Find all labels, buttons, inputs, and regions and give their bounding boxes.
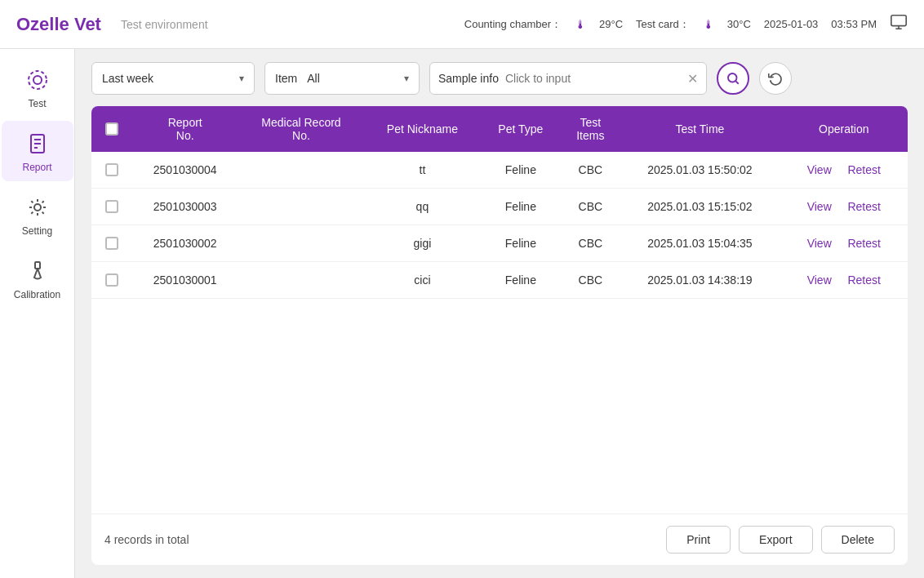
records-count: 4 records in total (104, 533, 189, 546)
sidebar-item-report[interactable]: Report (2, 121, 73, 181)
sidebar-label-calibration: Calibration (14, 289, 60, 300)
row-pet-nickname: gigi (365, 225, 481, 262)
date-range-value: Last week (102, 72, 153, 85)
refresh-button[interactable] (759, 62, 792, 95)
header-operation: Operation (780, 106, 908, 152)
row-test-time: 2025.01.03 15:50:02 (620, 152, 780, 189)
counting-chamber-label: Counting chamber： (464, 17, 562, 32)
footer-buttons: Print Export Delete (666, 526, 895, 554)
sidebar-item-setting[interactable]: Setting (2, 185, 73, 245)
svg-rect-0 (891, 16, 906, 26)
row-checkbox[interactable] (91, 225, 132, 262)
row-select-checkbox[interactable] (105, 200, 118, 213)
row-select-checkbox[interactable] (105, 237, 118, 250)
clear-icon[interactable]: ✕ (687, 71, 698, 87)
row-report-no: 2501030004 (132, 152, 238, 189)
row-actions: View Retest (780, 189, 908, 225)
svg-line-13 (735, 81, 738, 83)
item-filter-value: All (307, 72, 320, 85)
header-checkbox[interactable] (91, 106, 132, 152)
test-card-temp: 30°C (727, 18, 751, 30)
row-pet-nickname: qq (365, 189, 481, 225)
chevron-down-icon-date: ▾ (239, 73, 244, 84)
row-actions: View Retest (780, 225, 908, 262)
test-card-label: Test card： (636, 17, 690, 32)
sidebar-item-test[interactable]: Test (2, 57, 73, 118)
row-report-no: 2501030001 (132, 262, 238, 299)
row-pet-type: Feline (480, 225, 561, 262)
table-row: 2501030003 qq Feline CBC 2025.01.03 15:1… (91, 189, 908, 225)
retest-button[interactable]: Retest (844, 235, 883, 251)
thermometer-icon-2: 🌡 (703, 18, 714, 31)
svg-point-12 (728, 73, 737, 82)
row-test-items: CBC (561, 225, 620, 262)
chevron-down-icon-item: ▾ (404, 73, 409, 84)
sample-info-label: Sample info (438, 72, 499, 85)
header-pet-nickname: Pet Nickname (365, 106, 481, 152)
row-pet-type: Feline (480, 152, 561, 189)
row-report-no: 2501030003 (132, 189, 238, 225)
delete-button[interactable]: Delete (821, 526, 895, 554)
row-test-items: CBC (561, 262, 620, 299)
sample-info-input[interactable] (505, 72, 681, 85)
item-filter-label: Item (275, 72, 297, 85)
app-title: Ozelle Vet (16, 14, 101, 35)
row-pet-type: Feline (480, 262, 561, 299)
export-button[interactable]: Export (739, 526, 812, 554)
header-test-items: TestItems (561, 106, 620, 152)
sidebar-item-calibration[interactable]: Calibration (2, 248, 73, 309)
view-button[interactable]: View (804, 272, 835, 288)
table-footer: 4 records in total Print Export Delete (91, 514, 908, 565)
row-test-time: 2025.01.03 14:38:19 (620, 262, 780, 299)
view-button[interactable]: View (804, 198, 835, 215)
row-medical-record (238, 225, 364, 262)
row-select-checkbox[interactable] (105, 273, 118, 287)
row-checkbox[interactable] (91, 152, 132, 189)
main-layout: Test Report Setting (0, 49, 924, 578)
retest-button[interactable]: Retest (844, 198, 883, 215)
search-button[interactable] (717, 62, 749, 95)
app-header: Ozelle Vet Test environment Counting cha… (0, 0, 924, 49)
row-checkbox[interactable] (91, 262, 132, 299)
row-pet-type: Feline (480, 189, 561, 225)
row-medical-record (238, 152, 364, 189)
row-pet-nickname: cici (365, 262, 481, 299)
svg-point-4 (33, 76, 42, 84)
header-medical-record: Medical RecordNo. (238, 106, 364, 152)
monitor-icon[interactable] (890, 13, 908, 35)
header-time: 03:53 PM (831, 18, 877, 30)
sidebar-label-test: Test (28, 98, 46, 109)
test-icon (23, 65, 52, 95)
filters-bar: Last week ▾ Item All ▾ Sample info ✕ (91, 62, 908, 95)
row-checkbox[interactable] (91, 189, 132, 225)
row-test-items: CBC (561, 152, 620, 189)
svg-point-3 (29, 71, 47, 89)
sample-info-box[interactable]: Sample info ✕ (429, 62, 707, 95)
select-all-checkbox[interactable] (105, 122, 118, 136)
row-test-items: CBC (561, 189, 620, 225)
view-button[interactable]: View (804, 162, 835, 178)
row-test-time: 2025.01.03 15:15:02 (620, 189, 780, 225)
report-icon (23, 129, 52, 158)
view-button[interactable]: View (804, 235, 835, 251)
records-table-container: ReportNo. Medical RecordNo. Pet Nickname… (91, 106, 908, 565)
thermometer-icon-1: 🌡 (575, 18, 586, 31)
date-range-filter[interactable]: Last week ▾ (91, 62, 255, 95)
row-select-checkbox[interactable] (105, 163, 118, 176)
header-pet-type: Pet Type (480, 106, 561, 152)
row-pet-nickname: tt (365, 152, 481, 189)
sidebar: Test Report Setting (0, 49, 75, 578)
counting-temp: 29°C (599, 18, 623, 30)
table-body: 2501030004 tt Feline CBC 2025.01.03 15:5… (91, 152, 908, 299)
header-report-no: ReportNo. (132, 106, 238, 152)
header-info: Counting chamber： 🌡 29°C Test card： 🌡 30… (464, 13, 908, 35)
row-test-time: 2025.01.03 15:04:35 (620, 225, 780, 262)
retest-button[interactable]: Retest (844, 162, 883, 178)
svg-rect-10 (35, 262, 40, 269)
row-medical-record (238, 189, 364, 225)
item-filter[interactable]: Item All ▾ (264, 62, 420, 95)
row-actions: View Retest (780, 152, 908, 189)
env-label: Test environment (121, 18, 208, 31)
print-button[interactable]: Print (666, 526, 731, 554)
retest-button[interactable]: Retest (844, 272, 883, 288)
